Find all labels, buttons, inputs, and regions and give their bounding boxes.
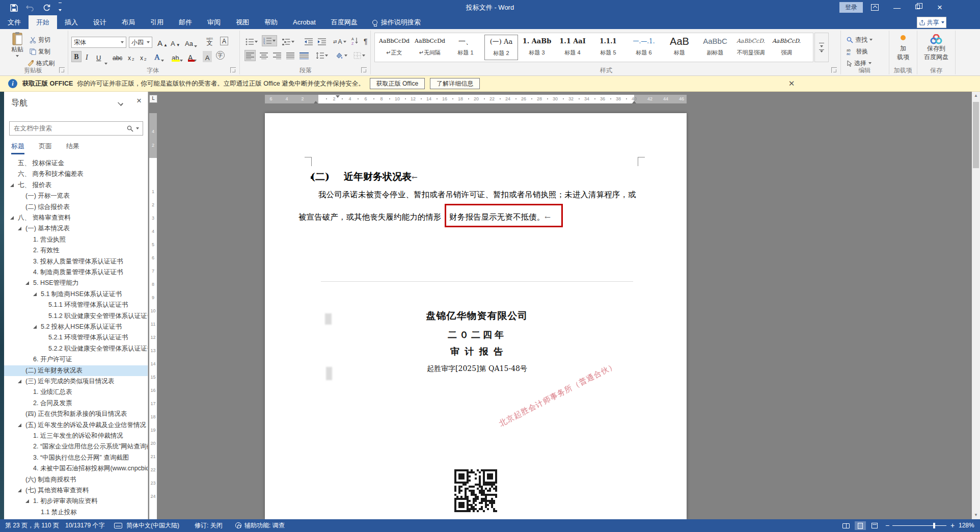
redo-icon[interactable]: [43, 4, 50, 12]
nav-tree-item[interactable]: 5.2.1 环境管理体系认证证书: [4, 332, 148, 343]
nav-tree-item[interactable]: 5.2 投标人HSE体系认证证书: [4, 322, 148, 332]
save-icon[interactable]: [10, 4, 18, 12]
nav-tree-item[interactable]: 5. HSE管理能力: [4, 278, 148, 288]
paragraph-dialog-launcher-icon[interactable]: [361, 67, 367, 73]
ribbon-tab-Acrobat[interactable]: Acrobat: [285, 15, 323, 29]
warning-close-icon[interactable]: ✕: [786, 78, 797, 89]
indent-marker[interactable]: [632, 101, 636, 103]
zoom-out-button[interactable]: −: [885, 519, 889, 532]
font-name-combo[interactable]: 宋体: [71, 37, 126, 48]
paste-button[interactable]: 粘贴: [6, 32, 29, 57]
nav-tree-item[interactable]: (二) 近年财务状况表: [4, 365, 148, 376]
nav-tab-结果[interactable]: 结果: [66, 142, 79, 154]
word-count[interactable]: 10/13179 个字: [65, 519, 104, 532]
zoom-slider-track[interactable]: [892, 525, 946, 526]
web-layout-button[interactable]: [869, 521, 880, 530]
vertical-scrollbar[interactable]: ▲ ▼: [972, 92, 980, 519]
get-genuine-office-button[interactable]: 获取正版 Office: [370, 78, 425, 89]
change-case-button[interactable]: Aa: [183, 37, 199, 48]
close-button[interactable]: ×: [931, 0, 948, 15]
nav-tab-页面[interactable]: 页面: [39, 142, 52, 154]
nav-tree-item[interactable]: 1. 业绩汇总表: [4, 387, 148, 397]
nav-tree-item[interactable]: 4. 未被中国石油招标投标网(www.cnpcbiddi...: [4, 463, 148, 474]
align-center-button[interactable]: [259, 50, 269, 61]
nav-tree-item[interactable]: (四) 正在供货和新承接的项目情况表: [4, 409, 148, 419]
character-shading-button[interactable]: A: [203, 51, 212, 62]
nav-tree-item[interactable]: 5.1 制造商HSE体系认证证书: [4, 289, 148, 300]
tree-expanded-icon[interactable]: [10, 183, 14, 187]
phonetic-guide-button[interactable]: wén文: [205, 36, 214, 47]
horizontal-ruler[interactable]: 6422468101214161820222426283032343638404…: [265, 95, 687, 103]
ribbon-tab-百度网盘[interactable]: 百度网盘: [323, 15, 365, 29]
nav-tree-item[interactable]: 2. “国家企业信用信息公示系统”网站查询截图: [4, 441, 148, 452]
language-indicator[interactable]: 简体中文(中国大陆): [126, 519, 179, 532]
underline-caret-icon[interactable]: [103, 54, 109, 65]
nav-tree-item[interactable]: 五、 投标保证金: [4, 158, 148, 169]
ribbon-tab-开始[interactable]: 开始: [29, 15, 57, 29]
nav-tab-标题[interactable]: 标题: [11, 142, 24, 154]
sign-in-button[interactable]: 登录: [839, 2, 863, 13]
nav-tree-item[interactable]: 5.1.2 职业健康安全管理体系认证证书: [4, 311, 148, 322]
nav-tree-item[interactable]: 八、 资格审查资料: [4, 212, 148, 223]
tab-stop-selector[interactable]: L: [149, 95, 157, 103]
ribbon-tab-插入[interactable]: 插入: [57, 15, 86, 29]
ribbon-display-options-icon[interactable]: [871, 4, 879, 11]
nav-tree-item[interactable]: 六、 商务和技术偏差表: [4, 169, 148, 179]
nav-tree-item[interactable]: 七、 报价表: [4, 180, 148, 191]
nav-tree-item[interactable]: 6. 开户许可证: [4, 354, 148, 365]
subscript-button[interactable]: x2: [126, 51, 135, 62]
nav-search-input[interactable]: [10, 125, 127, 132]
vertical-ruler[interactable]: 4212345678910111213141516171819202122232…: [149, 113, 157, 519]
tree-expanded-icon[interactable]: [18, 227, 21, 230]
font-size-combo[interactable]: 小四: [129, 37, 152, 48]
font-color-button[interactable]: A: [186, 51, 198, 62]
nav-tree-item[interactable]: 3. “中国执行信息公开网” 查询截图: [4, 453, 148, 463]
nav-tree-item[interactable]: 1. 初步评审表响应资料: [4, 496, 148, 507]
styles-more-button[interactable]: [814, 33, 829, 62]
ribbon-tab-布局[interactable]: 布局: [114, 15, 143, 29]
underline-button[interactable]: U: [95, 51, 102, 62]
nav-tree-item[interactable]: (三) 近年完成的类似项目情况表: [4, 376, 148, 387]
style-item-标题3[interactable]: 1. AaBb标题 3: [520, 35, 554, 60]
indent-marker[interactable]: [336, 95, 340, 98]
zoom-percentage[interactable]: 128%: [959, 519, 974, 532]
ribbon-tab-视图[interactable]: 视图: [228, 15, 257, 29]
replace-button[interactable]: abac 替换: [847, 46, 868, 57]
clipboard-dialog-launcher-icon[interactable]: [59, 67, 65, 73]
tree-expanded-icon[interactable]: [25, 281, 29, 285]
body-text-line2[interactable]: 被宣告破产，或其他丧失履约能力的情形；财务报告显示无资不抵债。←: [298, 212, 551, 223]
show-hide-marks-button[interactable]: ¶: [363, 36, 369, 47]
italic-button[interactable]: I: [84, 51, 90, 62]
style-item-副标题[interactable]: AaBbC副标题: [698, 35, 732, 60]
tree-expanded-icon[interactable]: [18, 380, 21, 383]
restore-button[interactable]: [915, 5, 920, 9]
nav-tree-item[interactable]: 5.1.1 环境管理体系认证证书: [4, 300, 148, 310]
highlight-color-button[interactable]: ab: [170, 51, 184, 62]
copy-button[interactable]: 复制: [30, 46, 50, 57]
superscript-button[interactable]: x2: [139, 51, 148, 62]
style-item-不明显强调[interactable]: AaBbCcD.不明显强调: [734, 35, 768, 60]
style-item-无间隔[interactable]: AaBbCcDd↵无间隔: [413, 35, 447, 60]
shading-button[interactable]: [334, 50, 348, 61]
read-mode-button[interactable]: [840, 521, 852, 530]
styles-dialog-launcher-icon[interactable]: [831, 67, 837, 73]
nav-tree-item[interactable]: 5.2.2 职业健康安全管理体系认证证书: [4, 343, 148, 354]
add-ins-button[interactable]: 加 载项: [890, 35, 916, 62]
nav-tree-item[interactable]: 3. 投标人质量管理体系认证证书: [4, 256, 148, 267]
align-right-button[interactable]: [272, 50, 282, 61]
accessibility-status[interactable]: 辅助功能: 调查: [244, 519, 285, 532]
ribbon-tab-帮助[interactable]: 帮助: [257, 15, 285, 29]
shrink-font-button[interactable]: A▼: [169, 37, 182, 48]
tree-expanded-icon[interactable]: [33, 325, 37, 329]
scroll-down-icon[interactable]: ▼: [972, 511, 980, 519]
style-item-强调[interactable]: AaBbCcD.强调: [770, 35, 803, 60]
borders-button[interactable]: [352, 50, 366, 61]
multilevel-list-button[interactable]: [281, 36, 295, 47]
nav-tree-item[interactable]: (七) 其他资格审查资料: [4, 485, 148, 496]
minimize-button[interactable]: —: [888, 0, 906, 15]
nav-pane-close-icon[interactable]: ×: [133, 96, 145, 106]
print-layout-button[interactable]: [855, 521, 866, 530]
style-item-标题2[interactable]: (一) Aa标题 2: [484, 35, 518, 60]
tree-expanded-icon[interactable]: [18, 489, 21, 492]
body-text-line1[interactable]: 我公司承诺未被责令停业、暂扣或者吊销许可证、暂扣或者吊销执照；未进入清算程序，或: [318, 190, 636, 200]
